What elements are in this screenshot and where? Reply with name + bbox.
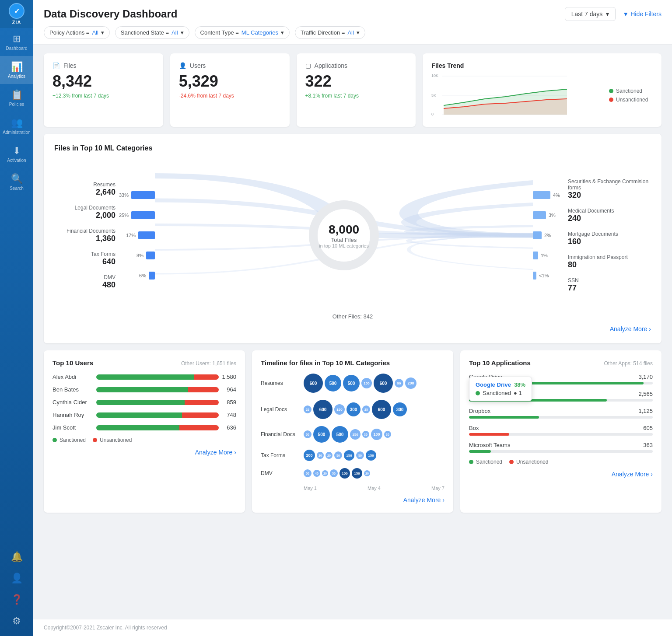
tooltip-title: Google Drive 38% (476, 381, 525, 388)
filter-traffic-direction-label: Traffic Direction = (301, 29, 345, 36)
bar-right-2: 2% (533, 229, 564, 241)
files-stat-card: 📄 Files 8,342 +12.3% from last 7 days (44, 53, 163, 127)
app-bar-fill-4 (469, 450, 491, 453)
bubble-3-5: 50 (356, 451, 364, 459)
unsanctioned-label-users: Unsanctioned (100, 437, 132, 443)
apps-analyze-more-link[interactable]: Analyze More › (612, 471, 653, 478)
user-row-3: Hannah Roy 748 (52, 412, 236, 418)
user-bar-sanctioned-3 (96, 412, 182, 418)
top-apps-title: Top 10 Applications (469, 359, 531, 367)
user-value-3: 748 (219, 412, 236, 418)
sidebar-logo: ✓ ZIA (0, 0, 33, 28)
top-users-other: Other Users: 1,651 files (181, 360, 236, 367)
filter-policy-actions-value: All (92, 29, 98, 36)
applications-stat-card: ▢ Applications 322 +8.1% from last 7 day… (297, 53, 416, 127)
timeline-analyze-more-label: Analyze More (403, 496, 441, 503)
user-bar-unsanctioned-0 (194, 374, 219, 380)
user-value-1: 964 (219, 386, 236, 393)
apps-legend-sanctioned: Sanctioned (469, 459, 502, 465)
app-value-0: 3,170 (638, 374, 653, 380)
user-bar-1 (96, 387, 219, 392)
ml-analyze-more-link[interactable]: Analyze More › (610, 325, 651, 332)
users-analyze-more-link[interactable]: Analyze More › (195, 449, 236, 456)
filter-content-type[interactable]: Content Type = ML Categories ▾ (195, 26, 290, 39)
trend-content: 10K 5K 0 (431, 73, 653, 118)
app-bar-fill-3 (469, 433, 509, 436)
user-name-2: Cynthia Cider (52, 399, 96, 405)
users-legend-unsanctioned: Unsanctioned (93, 437, 132, 443)
filter-icon: ▼ (623, 10, 629, 17)
sankey-wrapper: Resumes2,640 Legal Documents2,000 Financ… (54, 161, 651, 310)
app-row-4: Microsoft Teams 363 (469, 442, 653, 453)
timeline-label-4: DMV (261, 470, 300, 476)
sidebar-item-help[interactable]: ❓ (0, 590, 33, 611)
sanctioned-label-apps: Sanctioned (476, 459, 502, 465)
bubble-0-2: 500 (343, 375, 360, 391)
sanctioned-dot-apps (469, 460, 473, 464)
sidebar-item-activation[interactable]: ⬇ Activation (0, 140, 33, 168)
unsanctioned-dot (609, 98, 613, 102)
unsanctioned-dot-users (93, 438, 97, 442)
page-title: Data Discovery Dashboard (44, 8, 177, 20)
sankey-right-item-4: SSN77 (568, 277, 651, 293)
apps-analyze-more-label: Analyze More (612, 471, 649, 478)
sanctioned-legend-label: Sanctioned (616, 88, 642, 94)
hide-filters-button[interactable]: ▼ Hide Filters (623, 10, 662, 17)
bubble-2-0: 50 (304, 430, 312, 438)
users-chevron-right-icon: › (234, 449, 236, 456)
ml-categories-title: Files in Top 10 ML Categories (54, 144, 651, 152)
filter-sanctioned-state-chevron: ▾ (181, 29, 184, 36)
app-name-2: Dropbox (469, 408, 490, 414)
sanctioned-dot-users (52, 438, 57, 442)
date-filter-label: Last 7 days (571, 10, 603, 17)
dashboard-icon: ⊞ (13, 33, 21, 45)
files-label: Files (63, 62, 77, 69)
bubble-3-1: 20 (317, 452, 324, 459)
sidebar-item-analytics[interactable]: 📊 Analytics (0, 56, 33, 84)
analytics-icon: 📊 (11, 61, 23, 73)
users-stat-card: 👤 Users 5,329 -24.6% from last 7 days (170, 53, 290, 127)
filter-traffic-direction[interactable]: Traffic Direction = All ▾ (295, 26, 365, 39)
sidebar-item-dashboard[interactable]: ⊞ Dashboard (0, 28, 33, 56)
sankey-circle-sub: in top 10 ML categories (319, 243, 369, 248)
sidebar-item-dashboard-label: Dashboard (6, 46, 28, 51)
users-legend-sanctioned: Sanctioned (52, 437, 86, 443)
bar-left-4: 6% (119, 269, 155, 282)
users-card-header: 👤 Users (179, 62, 281, 69)
filter-sanctioned-state-label: Sanctioned State = (121, 29, 169, 36)
filter-traffic-direction-chevron: ▾ (357, 29, 360, 36)
user-bar-sanctioned-0 (96, 374, 194, 380)
timeline-analyze-more-link[interactable]: Analyze More › (403, 496, 444, 503)
timeline-label-3: Tax Forms (261, 452, 300, 458)
app-bar-track-3 (469, 433, 653, 436)
sidebar-item-activation-label: Activation (7, 158, 26, 163)
sankey-left-item-2: Financial Documents1,360 (54, 228, 116, 243)
bubble-0-1: 500 (325, 375, 341, 391)
timeline-label-2: Financial Docs (261, 431, 300, 437)
sidebar-item-profile[interactable]: 👤 (0, 568, 33, 590)
bubble-0-4: 600 (374, 374, 393, 393)
date-filter-button[interactable]: Last 7 days ▾ (565, 7, 616, 21)
sidebar-nav: ⊞ Dashboard 📊 Analytics 📋 Policies 👥 Adm… (0, 28, 33, 547)
filter-policy-actions[interactable]: Policy Actions = All ▾ (44, 26, 110, 39)
app-row-header-2: Dropbox 1,125 (469, 408, 653, 414)
sidebar-item-settings[interactable]: ⚙ (0, 611, 33, 633)
sankey-right-labels: Securities & Exchange Commision forms320… (568, 178, 651, 293)
tooltip-pct: 38% (514, 381, 525, 388)
bubble-2-3: 150 (350, 429, 360, 440)
sidebar-item-policies[interactable]: 📋 Policies (0, 84, 33, 112)
filter-policy-actions-chevron: ▾ (101, 29, 104, 36)
bubble-2-6: 30 (384, 431, 391, 438)
bubble-0-3: 150 (361, 378, 372, 388)
app-value-4: 363 (643, 442, 653, 448)
sidebar-item-administration[interactable]: 👥 Administration (0, 112, 33, 140)
timeline-bubbles-1: 25 600 150 300 25 600 300 (304, 400, 407, 419)
timeline-bubbles-0: 600 500 500 150 600 90 200 (304, 374, 416, 393)
applications-icon: ▢ (305, 62, 311, 69)
user-bar-unsanctioned-4 (179, 425, 219, 430)
bar-right-3: 1% (533, 249, 564, 262)
sidebar-item-search[interactable]: 🔍 Search (0, 168, 33, 196)
sidebar-item-notifications[interactable]: 🔔 (0, 547, 33, 568)
chevron-down-icon: ▾ (606, 10, 609, 17)
filter-sanctioned-state[interactable]: Sanctioned State = All ▾ (115, 26, 189, 39)
